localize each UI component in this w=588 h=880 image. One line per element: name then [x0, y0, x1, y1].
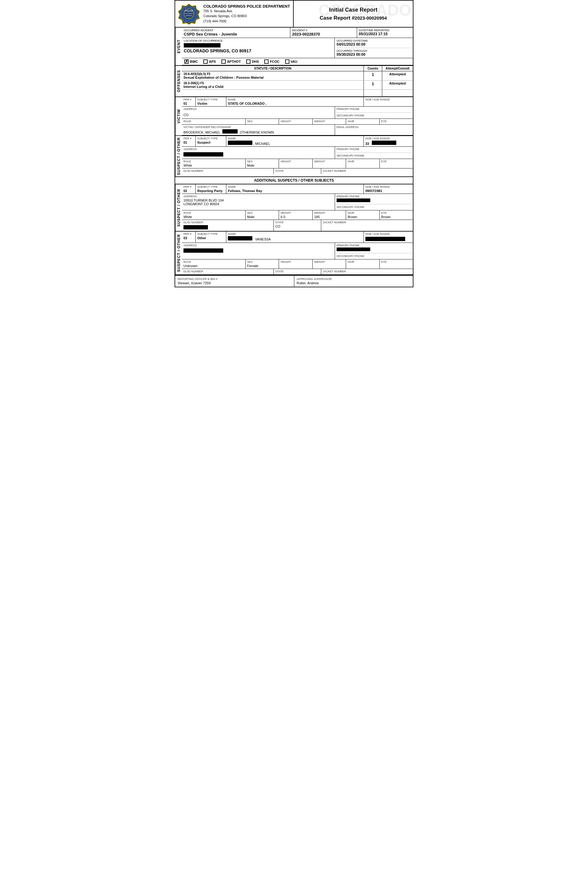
checkbox-row: BWC APS APTHOT DHS FCOC	[182, 58, 413, 65]
victim-address-label: ADDRESS	[183, 108, 333, 111]
offense-1-counts: 1	[364, 71, 382, 80]
checkbox-dhs-label: DHS	[252, 60, 259, 63]
suspect2-jacket-label: JACKET NUMBER	[323, 221, 411, 224]
occurred-incident-value: CSPD Sex Crimes - Juvenile	[184, 32, 288, 36]
suspect2-eye: EYE Brown	[380, 210, 413, 220]
victim-sex-label: SEX	[247, 120, 277, 123]
date-reported-value: 05/31/2023 17:15	[359, 32, 411, 36]
suspect3-eye: EYE	[380, 259, 413, 268]
addr-line1: 705 S. Nevada Ave.	[203, 9, 233, 13]
occurred-dt-group: OCCURRED DATE/TIME 04/01/2023 00:00	[337, 39, 411, 48]
suspect2-height-value: 6 0	[280, 215, 310, 219]
victim-subject-type-value: Victim	[197, 102, 225, 105]
suspect2-dob-label: DOB / AGE RANGE	[365, 185, 411, 188]
suspect3-dob: DOB / AGE RANGE	[364, 232, 413, 243]
suspect2-section: SUSPECT / OTHER PER # 02 SUBJECT TYPE Re…	[175, 184, 413, 232]
suspect1-dob: DOB / AGE RANGE 33	[364, 136, 413, 146]
checkbox-aps-box	[203, 59, 208, 64]
victim-section: VICTIM PER # 01 SUBJECT TYPE Victim NAME…	[175, 97, 413, 136]
victim-race-label: RACE	[183, 120, 244, 123]
suspect3-name-redacted	[228, 236, 252, 240]
suspect1-state-label: STATE	[275, 169, 320, 172]
checkbox-vau-label: VAU	[291, 60, 297, 63]
victim-email-label: EMAIL ADDRESS	[337, 126, 411, 129]
suspect1-sex-value: Male	[247, 163, 277, 167]
victim-content: PER # 01 SUBJECT TYPE Victim NAME STATE …	[182, 97, 413, 135]
suspect1-age: 33	[365, 142, 369, 145]
suspect1-dl-label: DL/ID NUMBER	[183, 169, 272, 172]
suspect3-dl-row: DL/ID NUMBER STATE JACKET NUMBER	[182, 269, 413, 274]
suspect2-race-row: RACE White SEX Male HEIGHT 6 0 WEIGHT 18…	[182, 210, 413, 220]
suspect1-jacket: JACKET NUMBER	[321, 168, 413, 174]
approving-supervisor-label: APPROVING SUPERVISOR	[297, 277, 411, 280]
victim-secondary-phone-label: SECONDARY PHONE	[337, 114, 411, 117]
checkbox-bwc: BWC	[184, 59, 198, 64]
offenses-section-label: OFFENSES	[175, 66, 182, 96]
suspect1-race-label: RACE	[183, 160, 244, 163]
suspect1-jacket-label: JACKET NUMBER	[323, 169, 411, 172]
suspect2-height-label: HEIGHT	[280, 211, 310, 214]
checkbox-apthot-label: APTHOT	[227, 60, 241, 63]
suspect1-content: PER # 01 SUBJECT TYPE Suspect NAME , MIC…	[182, 136, 413, 177]
victim-hair-label: HAIR	[348, 120, 378, 123]
suspect2-subject-type-value: Reporting Party	[197, 189, 225, 193]
suspect2-top-row: PER # 02 SUBJECT TYPE Reporting Party NA…	[182, 184, 413, 194]
offenses-section: OFFENSES STATUTE / DESCRIPTION Counts At…	[175, 66, 413, 97]
victim-dob: DOB / AGE RANGE	[364, 97, 413, 106]
date-reported-cell: DATE/TIME REPORTED 05/31/2023 17:15	[357, 28, 413, 37]
victim-vo-redacted	[222, 129, 238, 133]
offenses-header: STATUTE / DESCRIPTION Counts Attempt/Com…	[182, 66, 413, 71]
offense-row-2: 18-3-306(1) F5 Internet Luring of a Chil…	[182, 81, 413, 90]
incident-num-cell: INCIDENT # 2023-00228370	[290, 28, 357, 37]
dept-address: 705 S. Nevada Ave. Colorado Springs, CO …	[203, 9, 290, 24]
report-title: Initial Case Report	[297, 7, 409, 13]
event-section-label: EVENT	[175, 28, 182, 65]
suspect2-primary-phone-label: PRIMARY PHONE	[337, 195, 411, 198]
suspect2-subject-type: SUBJECT TYPE Reporting Party	[196, 184, 226, 193]
suspect2-race: RACE White	[182, 210, 246, 220]
victim-per-num-value: 01	[183, 102, 194, 105]
suspect3-jacket: JACKET NUMBER	[321, 269, 413, 274]
suspect1-top-row: PER # 01 SUBJECT TYPE Suspect NAME , MIC…	[182, 136, 413, 147]
occurred-through-label: OCCURRED THROUGH	[337, 49, 411, 52]
suspect1-race-row: RACE White SEX Male HEIGHT WEIGHT HAIR E	[182, 159, 413, 168]
suspect2-address-value: 10910 TURNER BLVD 104 LONGMONT CO 80504	[183, 198, 333, 206]
suspect3-state-label: STATE	[275, 270, 320, 273]
victim-vo-value: BRODERICK, MICHAEL OTHERWISE KNOWN	[183, 129, 333, 134]
suspect1-secondary-phone-label: SECONDARY PHONE	[337, 154, 411, 157]
checkbox-vau-box	[285, 59, 290, 64]
suspect1-dl: DL/ID NUMBER	[182, 168, 274, 174]
suspect2-weight-label: WEIGHT	[314, 211, 344, 214]
suspect1-height-label: HEIGHT	[280, 160, 310, 163]
victim-subject-type: SUBJECT TYPE Victim	[196, 97, 226, 106]
suspect3-dl-label: DL/ID NUMBER	[183, 270, 272, 273]
suspect2-weight-value: 185	[314, 215, 344, 219]
victim-name: NAME STATE OF COLORADO ,	[226, 97, 364, 106]
suspect3-weight-label: WEIGHT	[314, 260, 344, 264]
suspect1-per-num-value: 01	[183, 141, 194, 144]
suspect1-race-value: White	[183, 163, 244, 167]
additional-suspects-text: ADDITIONAL SUSPECTS / OTHER SUBJECTS	[175, 177, 413, 184]
victim-secondary-phone: SECONDARY PHONE	[337, 114, 411, 117]
suspect3-address-label: ADDRESS	[183, 244, 333, 247]
reporting-officer-label: REPORTING OFFICER & IBM #	[178, 277, 291, 280]
offense-1-attempt: Attempted	[382, 71, 413, 80]
suspect1-per-num: PER # 01	[182, 136, 196, 146]
suspect3-top-row: PER # 03 SUBJECT TYPE Other NAME VANESSA…	[182, 232, 413, 243]
suspect3-height: HEIGHT	[279, 259, 312, 268]
suspect2-dob-value: 09/07/1981	[365, 189, 411, 193]
suspect2-addr-line2: LONGMONT CO 80504	[183, 202, 333, 206]
victim-per-num-label: PER #	[183, 98, 194, 101]
header-right: COLORADO Initial Case Report Case Report…	[294, 1, 413, 27]
suspect2-secondary-phone-label: SECONDARY PHONE	[337, 205, 411, 208]
suspect3-primary-phone-label: PRIMARY PHONE	[337, 244, 411, 247]
offense-row-1: 18-6-403(3)(b.5) F5 Sexual Exploitation …	[182, 71, 413, 81]
suspect1-weight-label: WEIGHT	[314, 160, 344, 163]
suspect3-subject-type-label: SUBJECT TYPE	[197, 232, 225, 235]
suspect3-per-num: PER # 03	[182, 232, 196, 243]
victim-eye: EYE	[380, 119, 413, 124]
reporting-officer-value: Stewart, Xzavier 7259	[178, 281, 291, 285]
victim-weight-label: WEIGHT	[314, 120, 344, 123]
suspect1-name-suffix: , MICHAEL	[253, 142, 270, 145]
victim-address-city: CO	[183, 111, 333, 117]
